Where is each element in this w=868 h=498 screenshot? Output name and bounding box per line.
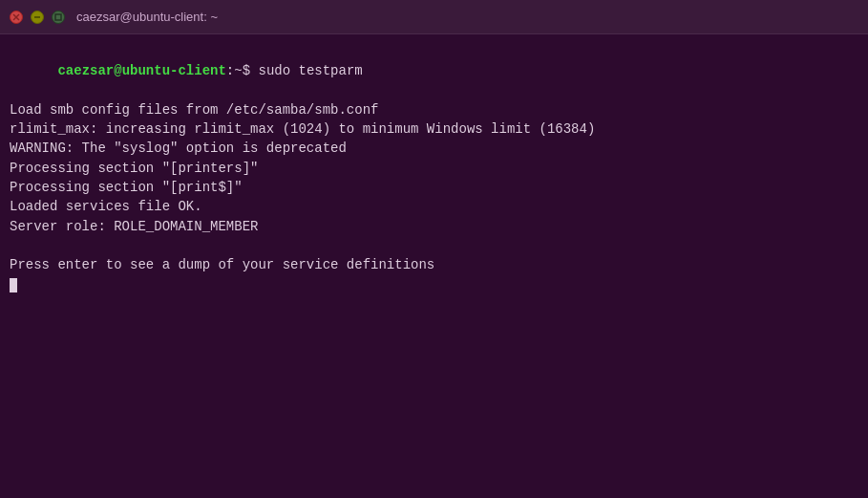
output-line-4: Processing section "[printers]"	[10, 159, 858, 178]
title-bar: caezsar@ubuntu-client: ~	[0, 0, 868, 34]
prompt-command: sudo testparm	[250, 63, 363, 78]
maximize-button[interactable]	[52, 11, 65, 24]
window-title: caezsar@ubuntu-client: ~	[76, 10, 218, 24]
close-button[interactable]	[10, 11, 23, 24]
empty-line	[10, 236, 858, 255]
prompt-user: caezsar@ubuntu-client	[57, 63, 225, 78]
output-line-1: Load smb config files from /etc/samba/sm…	[10, 100, 858, 119]
terminal-window: caezsar@ubuntu-client: ~ caezsar@ubuntu-…	[0, 0, 868, 498]
output-line-6: Loaded services file OK.	[10, 197, 858, 216]
output-line-5: Processing section "[print$]"	[10, 178, 858, 197]
svg-rect-3	[55, 14, 61, 20]
output-line-7: Server role: ROLE_DOMAIN_MEMBER	[10, 217, 858, 236]
output-line-9: Press enter to see a dump of your servic…	[10, 255, 858, 274]
prompt-path: :~$	[226, 63, 250, 78]
terminal-cursor	[10, 278, 17, 292]
output-line-3: WARNING: The "syslog" option is deprecat…	[10, 139, 858, 158]
minimize-button[interactable]	[31, 11, 44, 24]
cursor-line	[10, 275, 858, 294]
terminal-body[interactable]: caezsar@ubuntu-client:~$ sudo testparm L…	[0, 34, 868, 498]
output-line-2: rlimit_max: increasing rlimit_max (1024)…	[10, 119, 858, 139]
command-line: caezsar@ubuntu-client:~$ sudo testparm	[10, 42, 858, 100]
